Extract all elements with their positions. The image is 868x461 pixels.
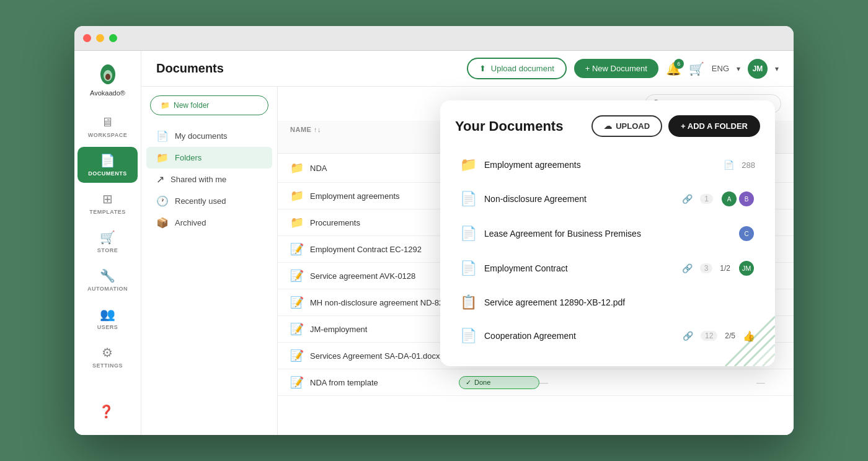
nav-shared-with-me[interactable]: ↗ Shared with me xyxy=(146,169,272,190)
shared-label: Shared with me xyxy=(170,175,226,184)
nav-archived[interactable]: 📦 Archived xyxy=(146,212,272,234)
nav-my-documents[interactable]: 📄 My documents xyxy=(146,125,272,147)
folder-icon: 📁 xyxy=(460,157,477,173)
progress-text: 1/2 xyxy=(720,264,730,273)
your-documents-popup: Your Documents ☁ UPLOAD + ADD A FOLDER 📁… xyxy=(440,100,775,366)
minimize-button[interactable] xyxy=(96,34,104,42)
close-button[interactable] xyxy=(83,34,91,42)
doc-name: Procurements xyxy=(310,218,360,227)
doc-green-icon: 📄 xyxy=(460,260,477,276)
list-item[interactable]: 📁 Employment agreements 📄 288 xyxy=(455,149,760,180)
documents-icon: 📄 xyxy=(100,153,115,168)
row-name: 📁 Procurements xyxy=(290,216,459,229)
upload-document-button[interactable]: ⬆ Upload document xyxy=(467,58,567,79)
user-avatar[interactable]: JM xyxy=(748,59,768,79)
header-icons: 🔔 6 🛒 ENG ▾ JM ▾ xyxy=(666,59,779,79)
sidebar-item-help[interactable]: ❓ xyxy=(95,398,118,425)
list-item[interactable]: 📄 Non-disclosure Agreement 🔗 1 A B xyxy=(455,183,760,215)
sidebar-item-templates[interactable]: ⊞ TEMPLATES xyxy=(78,185,137,221)
recent-icon: 🕐 xyxy=(156,195,169,207)
row-name: 📝 JM-employment xyxy=(290,322,459,336)
doc-name: NDA from template xyxy=(310,378,378,387)
doc-icon: 📝 xyxy=(290,349,304,362)
doc-icon: 📝 xyxy=(290,269,304,283)
workspace-icon: 🖥 xyxy=(101,115,113,130)
notifications-bell[interactable]: 🔔 6 xyxy=(666,61,681,76)
link-icon: 🔗 xyxy=(682,194,693,204)
new-document-button[interactable]: + New Document xyxy=(574,59,658,78)
upload-cloud-icon: ☁ xyxy=(604,121,612,131)
doc-green-icon: 📄 xyxy=(460,226,477,242)
language-selector[interactable]: ENG xyxy=(712,64,729,73)
nav-recently-used[interactable]: 🕐 Recently used xyxy=(146,190,272,212)
settings-icon: ⚙ xyxy=(102,345,113,360)
upload-icon: ⬆ xyxy=(479,64,486,73)
sidebar-item-settings[interactable]: ⚙ SETTINGS xyxy=(78,339,137,375)
item-name: Lease Agreement for Business Premises xyxy=(484,229,730,239)
doc-name: Service agreement AVK-0128 xyxy=(310,271,415,281)
chevron-down-icon: ▾ xyxy=(737,64,740,73)
popup-upload-button[interactable]: ☁ UPLOAD xyxy=(591,115,662,137)
folder-icon: 📁 xyxy=(290,161,304,175)
doc-name: Services Agreement SA-DA-01.docx.pdf xyxy=(310,351,453,361)
recently-used-label: Recently used xyxy=(175,196,226,206)
popup-upload-label: UPLOAD xyxy=(616,121,650,131)
sidebar-label-workspace: WORKSPACE xyxy=(88,132,127,138)
doc-icon: 📝 xyxy=(290,296,304,309)
list-item[interactable]: 📄 Employment Contract 🔗 3 1/2 JM xyxy=(455,252,760,284)
nav-folders[interactable]: 📁 Folders xyxy=(146,147,272,169)
upload-button-label: Upload document xyxy=(491,64,554,73)
done-icon: ✓ xyxy=(466,379,471,387)
logo-icon xyxy=(95,61,121,87)
cart-icon[interactable]: 🛒 xyxy=(689,61,704,76)
popup-title: Your Documents xyxy=(455,118,563,134)
svg-point-2 xyxy=(105,74,110,80)
doc-name: MH non-disclosure agreement ND-82 xyxy=(310,298,443,307)
link-count: 1 xyxy=(700,194,713,204)
header: Documents ⬆ Upload document + New Docume… xyxy=(141,51,794,87)
sidebar-item-workspace[interactable]: 🖥 WORKSPACE xyxy=(78,109,137,144)
sidebar-label-documents: DOCUMENTS xyxy=(88,170,127,177)
row-name: 📝 Employment Contract EC-1292 xyxy=(290,242,459,256)
sidebar-label-automation: AUTOMATION xyxy=(87,286,128,292)
logo-area: Avokaado® xyxy=(90,61,125,97)
sidebar-label-settings: SETTINGS xyxy=(92,362,123,369)
my-documents-icon: 📄 xyxy=(156,130,169,142)
last-edit-empty: — xyxy=(756,377,781,387)
status-badge: ✓ Done xyxy=(459,376,539,389)
doc-name: JM-employment xyxy=(310,325,367,334)
app-window: Avokaado® 🖥 WORKSPACE 📄 DOCUMENTS ⊞ TEMP… xyxy=(74,26,794,435)
list-item[interactable]: 📄 Cooperation Agreement 🔗 12 2/5 👍 xyxy=(455,320,760,351)
sidebar-item-store[interactable]: 🛒 STORE xyxy=(78,224,137,260)
my-documents-label: My documents xyxy=(175,131,228,141)
maximize-button[interactable] xyxy=(109,34,117,42)
link-icon: 🔗 xyxy=(683,331,693,341)
like-icon: 👍 xyxy=(743,330,755,342)
new-doc-button-label: + New Document xyxy=(585,64,647,73)
new-folder-label: New folder xyxy=(174,101,209,110)
titlebar xyxy=(74,26,794,51)
shared-icon: ↗ xyxy=(156,173,164,185)
sidebar-item-documents[interactable]: 📄 DOCUMENTS xyxy=(78,147,137,183)
sidebar-nav: 🖥 WORKSPACE 📄 DOCUMENTS ⊞ TEMPLATES 🛒 ST… xyxy=(74,109,141,375)
item-name: Employment Contract xyxy=(484,263,675,273)
new-folder-button[interactable]: 📁 New folder xyxy=(150,95,268,115)
popup-list: 📁 Employment agreements 📄 288 📄 Non-disc… xyxy=(455,149,760,351)
popup-header: Your Documents ☁ UPLOAD + ADD A FOLDER xyxy=(455,115,760,137)
doc-icon: 📝 xyxy=(290,375,304,389)
list-item[interactable]: 📋 Service agreement 12890-XB-12.pdf xyxy=(455,287,760,318)
sidebar-item-automation[interactable]: 🔧 AUTOMATION xyxy=(78,262,137,298)
list-item[interactable]: 📄 Lease Agreement for Business Premises … xyxy=(455,217,760,250)
avatar: C xyxy=(738,225,755,242)
archived-icon: 📦 xyxy=(156,217,169,229)
item-count: 288 xyxy=(742,160,755,170)
popup-add-folder-button[interactable]: + ADD A FOLDER xyxy=(668,115,760,137)
item-name: Non-disclosure Agreement xyxy=(484,194,675,204)
logo-text: Avokaado® xyxy=(90,89,125,97)
sidebar-item-users[interactable]: 👥 USERS xyxy=(78,301,137,336)
th-name[interactable]: NAME ↑↓ xyxy=(290,126,459,148)
item-name: Service agreement 12890-XB-12.pdf xyxy=(484,297,755,307)
notification-badge: 6 xyxy=(674,59,684,69)
folder-icon: 📁 xyxy=(290,189,304,203)
table-row[interactable]: 📝 NDA from template ✓ Done — — xyxy=(278,369,794,396)
